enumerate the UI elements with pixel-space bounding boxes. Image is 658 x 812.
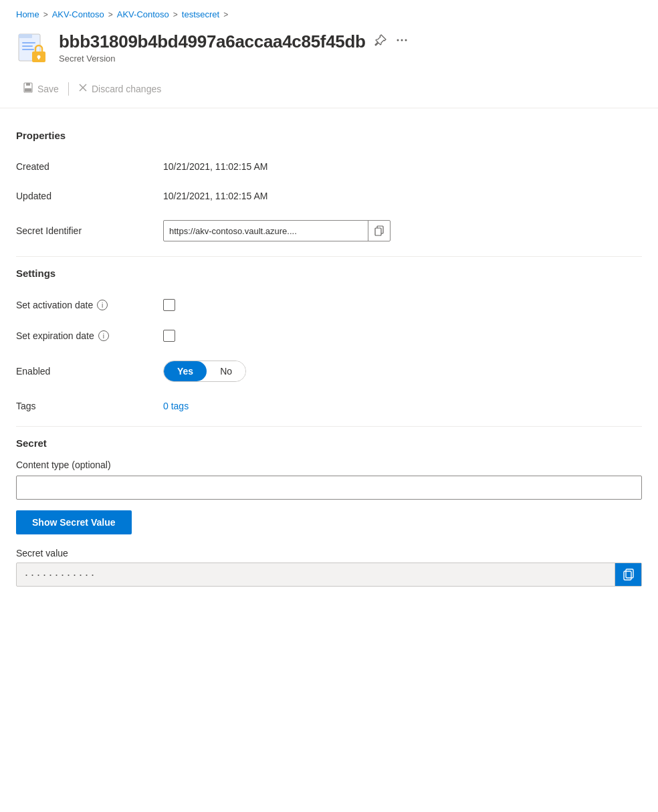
svg-rect-7 bbox=[38, 57, 39, 60]
breadcrumb-akv2[interactable]: AKV-Contoso bbox=[117, 9, 169, 19]
enabled-label: Enabled bbox=[16, 351, 163, 391]
pin-icon[interactable] bbox=[374, 33, 387, 50]
secret-identifier-label: Secret Identifier bbox=[16, 211, 163, 251]
identifier-box: https://akv-contoso.vault.azure.... bbox=[163, 220, 391, 241]
settings-grid: Set activation date i Set expiration dat… bbox=[16, 290, 642, 421]
breadcrumb-sep-3: > bbox=[173, 10, 178, 19]
content-type-input[interactable] bbox=[16, 476, 642, 500]
content-type-label: Content type (optional) bbox=[16, 460, 642, 470]
content-area: Properties Created 10/21/2021, 11:02:15 … bbox=[0, 108, 658, 603]
activation-date-checkbox[interactable] bbox=[163, 299, 175, 311]
svg-rect-2 bbox=[22, 42, 35, 43]
save-label: Save bbox=[37, 84, 59, 94]
secret-copy-icon bbox=[623, 569, 635, 581]
secret-section-title: Secret bbox=[16, 437, 642, 449]
discard-icon bbox=[78, 83, 88, 95]
svg-rect-3 bbox=[22, 45, 33, 47]
created-label: Created bbox=[16, 152, 163, 181]
page-title-block: bbb31809b4bd4997a6accaa4c85f45db Secret … bbox=[59, 31, 642, 64]
breadcrumb-home[interactable]: Home bbox=[16, 9, 39, 19]
toolbar: Save Discard changes bbox=[0, 73, 658, 108]
more-options-icon[interactable] bbox=[395, 33, 409, 50]
secret-dots: ············ bbox=[17, 568, 615, 582]
discard-label: Discard changes bbox=[92, 84, 161, 94]
secret-value-box: ············ bbox=[16, 563, 642, 587]
svg-rect-12 bbox=[26, 83, 30, 86]
svg-rect-19 bbox=[624, 571, 631, 580]
svg-rect-1 bbox=[19, 34, 32, 38]
properties-grid: Created 10/21/2021, 11:02:15 AM Updated … bbox=[16, 152, 642, 251]
secret-copy-button[interactable] bbox=[615, 563, 641, 586]
identifier-copy-button[interactable] bbox=[368, 221, 390, 241]
page-title: bbb31809b4bd4997a6accaa4c85f45db bbox=[59, 31, 366, 52]
breadcrumb-sep-4: > bbox=[223, 10, 228, 19]
svg-point-8 bbox=[397, 39, 399, 41]
expiration-date-checkbox[interactable] bbox=[163, 330, 175, 342]
activation-date-info-icon[interactable]: i bbox=[97, 300, 108, 310]
discard-button[interactable]: Discard changes bbox=[72, 79, 168, 99]
svg-point-10 bbox=[405, 39, 407, 41]
breadcrumb-sep-1: > bbox=[43, 10, 48, 19]
updated-value: 10/21/2021, 11:02:15 AM bbox=[163, 181, 642, 211]
tags-value-cell: 0 tags bbox=[163, 391, 642, 421]
save-icon bbox=[23, 82, 33, 96]
breadcrumb-akv1[interactable]: AKV-Contoso bbox=[52, 9, 104, 19]
svg-point-9 bbox=[401, 39, 403, 41]
properties-divider bbox=[16, 256, 642, 257]
identifier-text: https://akv-contoso.vault.azure.... bbox=[164, 226, 368, 236]
properties-section-title: Properties bbox=[16, 130, 642, 141]
expiration-date-checkbox-cell bbox=[163, 320, 642, 351]
expiration-date-info-icon[interactable]: i bbox=[98, 330, 109, 341]
breadcrumb-sep-2: > bbox=[108, 10, 113, 19]
secret-identifier-value: https://akv-contoso.vault.azure.... bbox=[163, 211, 642, 251]
expiration-date-label: Set expiration date i bbox=[16, 320, 163, 351]
settings-section-title: Settings bbox=[16, 268, 642, 279]
svg-rect-13 bbox=[25, 88, 31, 92]
enabled-yes-option[interactable]: Yes bbox=[164, 361, 207, 381]
enabled-toggle-cell: Yes No bbox=[163, 351, 642, 391]
copy-icon bbox=[374, 225, 385, 236]
breadcrumb: Home > AKV-Contoso > AKV-Contoso > tests… bbox=[0, 0, 658, 26]
page-subtitle: Secret Version bbox=[59, 54, 642, 64]
tags-label: Tags bbox=[16, 391, 163, 421]
svg-rect-18 bbox=[626, 569, 633, 578]
activation-date-label: Set activation date i bbox=[16, 290, 163, 320]
created-value: 10/21/2021, 11:02:15 AM bbox=[163, 152, 642, 181]
activation-date-checkbox-cell bbox=[163, 290, 642, 320]
svg-rect-17 bbox=[375, 228, 381, 235]
secret-icon bbox=[16, 33, 48, 65]
svg-rect-4 bbox=[22, 49, 34, 50]
settings-divider bbox=[16, 426, 642, 427]
show-secret-button[interactable]: Show Secret Value bbox=[16, 510, 132, 534]
secret-value-label: Secret value bbox=[16, 548, 642, 559]
enabled-no-option[interactable]: No bbox=[207, 361, 245, 381]
breadcrumb-testsecret[interactable]: testsecret bbox=[182, 9, 219, 19]
tags-link[interactable]: 0 tags bbox=[163, 401, 189, 411]
enabled-toggle-group[interactable]: Yes No bbox=[163, 361, 246, 382]
updated-label: Updated bbox=[16, 181, 163, 211]
toolbar-separator bbox=[68, 82, 69, 96]
page-header: bbb31809b4bd4997a6accaa4c85f45db Secret … bbox=[0, 26, 658, 73]
save-button[interactable]: Save bbox=[16, 78, 66, 100]
